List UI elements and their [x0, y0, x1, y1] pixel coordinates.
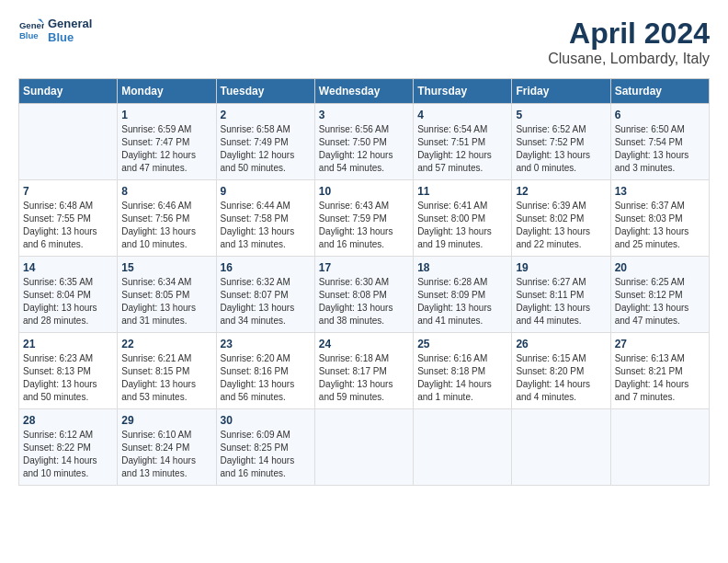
- calendar-week-3: 14Sunrise: 6:35 AM Sunset: 8:04 PM Dayli…: [19, 257, 710, 333]
- day-info: Sunrise: 6:59 AM Sunset: 7:47 PM Dayligh…: [121, 123, 211, 175]
- day-number: 22: [121, 338, 211, 350]
- day-info: Sunrise: 6:37 AM Sunset: 8:03 PM Dayligh…: [615, 200, 705, 251]
- calendar-cell: 27Sunrise: 6:13 AM Sunset: 8:21 PM Dayli…: [610, 333, 709, 409]
- calendar-cell: 10Sunrise: 6:43 AM Sunset: 7:59 PM Dayli…: [314, 180, 413, 257]
- day-number: 26: [516, 338, 606, 350]
- main-container: General Blue General Blue April 2024 Clu…: [0, 0, 728, 495]
- calendar-cell: 18Sunrise: 6:28 AM Sunset: 8:09 PM Dayli…: [414, 257, 512, 333]
- weekday-header-wednesday: Wednesday: [314, 79, 413, 104]
- calendar-cell: 4Sunrise: 6:54 AM Sunset: 7:51 PM Daylig…: [414, 104, 512, 180]
- day-info: Sunrise: 6:18 AM Sunset: 8:17 PM Dayligh…: [319, 352, 409, 404]
- day-number: 13: [615, 185, 705, 198]
- weekday-header-friday: Friday: [512, 79, 610, 104]
- calendar-cell: 26Sunrise: 6:15 AM Sunset: 8:20 PM Dayli…: [512, 333, 610, 409]
- day-number: 29: [121, 414, 211, 427]
- calendar-cell: 30Sunrise: 6:09 AM Sunset: 8:25 PM Dayli…: [216, 409, 314, 486]
- calendar-cell: 7Sunrise: 6:48 AM Sunset: 7:55 PM Daylig…: [19, 180, 118, 257]
- logo-general: General: [48, 17, 92, 30]
- calendar-cell: 20Sunrise: 6:25 AM Sunset: 8:12 PM Dayli…: [610, 257, 709, 333]
- day-info: Sunrise: 6:13 AM Sunset: 8:21 PM Dayligh…: [615, 352, 705, 404]
- calendar-cell: 16Sunrise: 6:32 AM Sunset: 8:07 PM Dayli…: [216, 257, 314, 333]
- day-info: Sunrise: 6:15 AM Sunset: 8:20 PM Dayligh…: [516, 352, 606, 404]
- day-number: 14: [23, 261, 113, 274]
- day-number: 25: [417, 338, 507, 350]
- calendar-cell: 19Sunrise: 6:27 AM Sunset: 8:11 PM Dayli…: [512, 257, 610, 333]
- day-number: 18: [417, 261, 507, 274]
- calendar-cell: 25Sunrise: 6:16 AM Sunset: 8:18 PM Dayli…: [414, 333, 512, 409]
- calendar-week-4: 21Sunrise: 6:23 AM Sunset: 8:13 PM Dayli…: [19, 333, 710, 409]
- day-info: Sunrise: 6:12 AM Sunset: 8:22 PM Dayligh…: [23, 429, 113, 480]
- day-info: Sunrise: 6:48 AM Sunset: 7:55 PM Dayligh…: [23, 200, 113, 251]
- calendar-cell: 28Sunrise: 6:12 AM Sunset: 8:22 PM Dayli…: [19, 409, 118, 486]
- calendar-cell: 6Sunrise: 6:50 AM Sunset: 7:54 PM Daylig…: [610, 104, 709, 180]
- day-number: 1: [121, 109, 211, 121]
- calendar-cell: [610, 409, 709, 486]
- day-number: 30: [221, 414, 311, 427]
- calendar-cell: 3Sunrise: 6:56 AM Sunset: 7:50 PM Daylig…: [314, 104, 413, 180]
- day-number: 23: [221, 338, 311, 350]
- calendar-cell: 29Sunrise: 6:10 AM Sunset: 8:24 PM Dayli…: [118, 409, 216, 486]
- weekday-header-sunday: Sunday: [19, 79, 118, 104]
- day-number: 11: [417, 185, 507, 198]
- calendar-week-1: 1Sunrise: 6:59 AM Sunset: 7:47 PM Daylig…: [19, 104, 710, 180]
- day-info: Sunrise: 6:16 AM Sunset: 8:18 PM Dayligh…: [417, 352, 507, 404]
- svg-text:Blue: Blue: [19, 30, 39, 40]
- page-subtitle: Clusane, Lombardy, Italy: [548, 51, 710, 67]
- day-info: Sunrise: 6:44 AM Sunset: 7:58 PM Dayligh…: [221, 200, 311, 251]
- calendar-cell: [314, 409, 413, 486]
- day-number: 15: [121, 261, 211, 274]
- day-info: Sunrise: 6:23 AM Sunset: 8:13 PM Dayligh…: [23, 352, 113, 404]
- day-number: 28: [23, 414, 113, 427]
- day-number: 6: [615, 109, 705, 121]
- calendar-cell: [512, 409, 610, 486]
- svg-text:General: General: [19, 20, 44, 30]
- day-number: 21: [23, 338, 113, 350]
- day-number: 12: [516, 185, 606, 198]
- day-number: 19: [516, 261, 606, 274]
- calendar-cell: 17Sunrise: 6:30 AM Sunset: 8:08 PM Dayli…: [314, 257, 413, 333]
- day-info: Sunrise: 6:21 AM Sunset: 8:15 PM Dayligh…: [121, 352, 211, 404]
- day-info: Sunrise: 6:52 AM Sunset: 7:52 PM Dayligh…: [516, 123, 606, 175]
- day-number: 17: [319, 261, 409, 274]
- day-info: Sunrise: 6:27 AM Sunset: 8:11 PM Dayligh…: [516, 276, 606, 327]
- day-info: Sunrise: 6:35 AM Sunset: 8:04 PM Dayligh…: [23, 276, 113, 327]
- day-info: Sunrise: 6:43 AM Sunset: 7:59 PM Dayligh…: [319, 200, 409, 251]
- day-info: Sunrise: 6:56 AM Sunset: 7:50 PM Dayligh…: [319, 123, 409, 175]
- calendar-cell: 14Sunrise: 6:35 AM Sunset: 8:04 PM Dayli…: [19, 257, 118, 333]
- day-info: Sunrise: 6:50 AM Sunset: 7:54 PM Dayligh…: [615, 123, 705, 175]
- calendar-cell: 1Sunrise: 6:59 AM Sunset: 7:47 PM Daylig…: [118, 104, 216, 180]
- day-info: Sunrise: 6:10 AM Sunset: 8:24 PM Dayligh…: [121, 429, 211, 480]
- day-info: Sunrise: 6:20 AM Sunset: 8:16 PM Dayligh…: [221, 352, 311, 404]
- calendar-cell: 2Sunrise: 6:58 AM Sunset: 7:49 PM Daylig…: [216, 104, 314, 180]
- weekday-header-tuesday: Tuesday: [216, 79, 314, 104]
- calendar-cell: [19, 104, 118, 180]
- calendar-cell: 9Sunrise: 6:44 AM Sunset: 7:58 PM Daylig…: [216, 180, 314, 257]
- calendar-cell: 24Sunrise: 6:18 AM Sunset: 8:17 PM Dayli…: [314, 333, 413, 409]
- day-info: Sunrise: 6:25 AM Sunset: 8:12 PM Dayligh…: [615, 276, 705, 327]
- calendar-cell: 23Sunrise: 6:20 AM Sunset: 8:16 PM Dayli…: [216, 333, 314, 409]
- calendar-cell: 12Sunrise: 6:39 AM Sunset: 8:02 PM Dayli…: [512, 180, 610, 257]
- calendar-cell: 22Sunrise: 6:21 AM Sunset: 8:15 PM Dayli…: [118, 333, 216, 409]
- day-number: 9: [221, 185, 311, 198]
- header-row: SundayMondayTuesdayWednesdayThursdayFrid…: [19, 79, 710, 104]
- logo-icon: General Blue: [18, 17, 44, 43]
- title-block: April 2024 Clusane, Lombardy, Italy: [548, 17, 710, 67]
- page-title: April 2024: [548, 17, 710, 51]
- day-info: Sunrise: 6:34 AM Sunset: 8:05 PM Dayligh…: [121, 276, 211, 327]
- day-info: Sunrise: 6:28 AM Sunset: 8:09 PM Dayligh…: [417, 276, 507, 327]
- day-number: 24: [319, 338, 409, 350]
- calendar-cell: 5Sunrise: 6:52 AM Sunset: 7:52 PM Daylig…: [512, 104, 610, 180]
- calendar-cell: 15Sunrise: 6:34 AM Sunset: 8:05 PM Dayli…: [118, 257, 216, 333]
- day-number: 10: [319, 185, 409, 198]
- header: General Blue General Blue April 2024 Clu…: [18, 17, 710, 67]
- day-number: 4: [417, 109, 507, 121]
- calendar-cell: [414, 409, 512, 486]
- day-number: 2: [221, 109, 311, 121]
- calendar-week-2: 7Sunrise: 6:48 AM Sunset: 7:55 PM Daylig…: [19, 180, 710, 257]
- day-number: 3: [319, 109, 409, 121]
- day-number: 27: [615, 338, 705, 350]
- day-info: Sunrise: 6:41 AM Sunset: 8:00 PM Dayligh…: [417, 200, 507, 251]
- day-info: Sunrise: 6:39 AM Sunset: 8:02 PM Dayligh…: [516, 200, 606, 251]
- weekday-header-saturday: Saturday: [610, 79, 709, 104]
- day-number: 5: [516, 109, 606, 121]
